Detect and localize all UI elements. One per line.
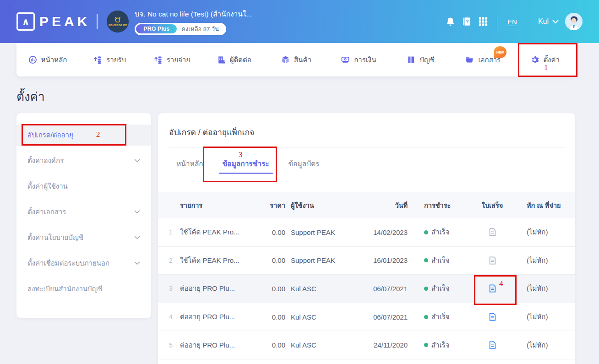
row-price: 0.00 (260, 285, 285, 293)
tab-payment-info[interactable]: ข้อมูลการชำระ (223, 158, 269, 177)
row-number: 2 (169, 257, 180, 264)
sidebar-item-organization-settings[interactable]: ตั้งค่าองค์กร (16, 150, 151, 171)
nav-label: บัญชี (419, 54, 434, 65)
row-date: 16/01/2023 (356, 256, 408, 264)
company-block: บจ. No cat no life (Test) (สำนักงานใ... … (135, 8, 252, 35)
status-label: สำเร็จ (431, 340, 450, 351)
sidebar-item-accounting-firm-register[interactable]: ลงทะเบียนสำนักงานบัญชี (16, 278, 151, 299)
table-row: 3 ต่ออายุ PRO Plu... 0.00 Kul ASC 06/07/… (158, 275, 575, 303)
row-withholding: (ไม่หัก) (517, 340, 564, 351)
nav-label: หน้าหลัก (41, 54, 67, 65)
page-title: ตั้งค่า (16, 87, 45, 106)
row-withholding: (ไม่หัก) (517, 283, 564, 294)
row-number: 3 (169, 285, 180, 292)
contacts-building-icon (217, 55, 226, 64)
row-item: ต่ออายุ PRO Plu... (180, 283, 260, 294)
status-label: สำเร็จ (431, 311, 450, 322)
table-row: 5 ต่ออายุ PRO Plu... 0.00 Kul ASC 24/11/… (158, 331, 575, 359)
notification-bell-icon[interactable] (442, 16, 458, 27)
company-avatar[interactable]: No cat no life (107, 11, 129, 33)
annotation-number-2: 2 (96, 130, 100, 139)
row-payment-status: สำเร็จ (408, 283, 467, 294)
peak-logo-mark: ∧ (16, 12, 35, 31)
chevron-down-icon (134, 210, 140, 214)
settings-sidebar: อัปเกรด/ต่ออายุ ตั้งค่าองค์กร ตั้งค่าผู้… (16, 113, 151, 318)
receipt-document-icon[interactable] (489, 256, 496, 265)
row-payment-status: สำเร็จ (408, 340, 467, 351)
nav-label: รายจ่าย (167, 54, 190, 65)
chevron-down-icon (134, 236, 140, 239)
panel-title: อัปเกรด / ต่ออายุแพ็กเกจ (158, 113, 575, 139)
user-menu-chevron-icon[interactable] (552, 20, 559, 24)
user-avatar[interactable] (565, 13, 583, 30)
column-header-receipt: ใบเสร็จ (467, 200, 517, 211)
nav-label: สินค้า (294, 54, 311, 65)
cat-icon (114, 17, 121, 23)
sidebar-item-label: ตั้งค่านโยบายบัญชี (27, 232, 83, 243)
row-date: 24/11/2020 (356, 341, 408, 349)
status-dot (424, 258, 428, 262)
nav-item-finance[interactable]: การเงิน (327, 43, 390, 76)
row-withholding: (ไม่หัก) (517, 227, 564, 238)
receipt-document-icon[interactable] (489, 284, 496, 293)
nav-item-accounting[interactable]: บัญชี (390, 43, 452, 76)
nav-item-income[interactable]: รายรับ (79, 43, 141, 76)
row-date: 06/07/2021 (356, 285, 408, 293)
annotation-number-1: 1 (544, 63, 548, 72)
app-grid-icon[interactable] (475, 16, 491, 27)
peak-logo-text: PEAK (39, 14, 90, 29)
annotation-number-3: 3 (239, 150, 243, 159)
status-label: สำเร็จ (431, 227, 450, 238)
column-header-date: วันที่ (356, 200, 408, 211)
company-avatar-label: No cat no life (109, 23, 127, 27)
row-date: 06/07/2021 (356, 313, 408, 321)
plan-pill[interactable]: PRO Plus คงเหลือ 87 วัน (135, 23, 226, 35)
receipt-document-icon[interactable] (489, 341, 496, 349)
receipt-document-icon[interactable] (489, 228, 496, 236)
row-withholding: (ไม่หัก) (517, 255, 564, 266)
new-badge: NEW (494, 46, 506, 58)
status-label: สำเร็จ (431, 283, 450, 294)
nav-item-contacts[interactable]: ผู้ติดต่อ (203, 43, 265, 76)
nav-item-expense[interactable]: รายจ่าย (141, 43, 203, 76)
tab-home[interactable]: หน้าหลัก (176, 158, 203, 177)
nav-label: ผู้ติดต่อ (230, 54, 251, 65)
accounting-ledger-icon (407, 55, 415, 64)
sidebar-item-label: อัปเกรด/ต่ออายุ (27, 130, 73, 141)
sidebar-item-document-settings[interactable]: ตั้งค่าเอกสาร (16, 201, 151, 223)
nav-item-documents[interactable]: เอกสาร NEW (452, 43, 514, 76)
peak-logo[interactable]: ∧ PEAK (16, 12, 98, 31)
status-dot (424, 287, 428, 291)
sidebar-item-user-settings[interactable]: ตั้งค่าผู้ใช้งาน (16, 176, 151, 197)
sidebar-item-external-integration-settings[interactable]: ตั้งค่าเชื่อมต่อระบบภายนอก (16, 253, 151, 274)
row-user: Kul ASC (285, 285, 356, 293)
nav-item-home[interactable]: หน้าหลัก (16, 43, 79, 76)
annotation-number-4: 4 (499, 279, 503, 288)
company-name[interactable]: บจ. No cat no life (Test) (สำนักงานใ... (135, 8, 252, 20)
column-header-withholding: หัก ณ ที่จ่าย (517, 200, 564, 211)
plan-remaining-days: คงเหลือ 87 วัน (177, 24, 225, 34)
row-payment-status: สำเร็จ (408, 255, 467, 266)
chevron-down-icon (134, 261, 140, 265)
status-label: สำเร็จ (431, 255, 450, 266)
receipt-document-icon[interactable] (489, 313, 496, 321)
row-payment-status: สำเร็จ (408, 311, 467, 322)
sidebar-item-accounting-policy-settings[interactable]: ตั้งค่านโยบายบัญชี (16, 227, 151, 248)
row-item: ต่ออายุ PRO Plu... (180, 340, 260, 351)
nav-item-products[interactable]: สินค้า (265, 43, 327, 76)
panel-tabs: หน้าหลัก ข้อมูลการชำระ ข้อมูลบัตร (158, 147, 575, 177)
sidebar-item-upgrade-renew[interactable]: อัปเกรด/ต่ออายุ (16, 125, 151, 146)
expense-coins-icon (154, 55, 163, 64)
language-toggle[interactable]: EN (507, 18, 517, 26)
nav-label: การเงิน (354, 54, 376, 65)
row-user: Kul ASC (285, 313, 356, 321)
main-navbar: หน้าหลัก รายรับ รายจ่าย ผู้ติดต่อ สินค้า (16, 43, 576, 76)
username-label[interactable]: Kul (538, 17, 549, 26)
column-header-item: รายการ (180, 200, 260, 211)
row-price: 0.00 (260, 228, 285, 236)
tab-card-info[interactable]: ข้อมูลบัตร (289, 158, 320, 177)
sidebar-item-label: ตั้งค่าเอกสาร (27, 206, 66, 217)
help-book-icon[interactable]: ? (458, 16, 475, 27)
row-number: 5 (169, 342, 180, 349)
documents-folder-icon (465, 55, 474, 64)
